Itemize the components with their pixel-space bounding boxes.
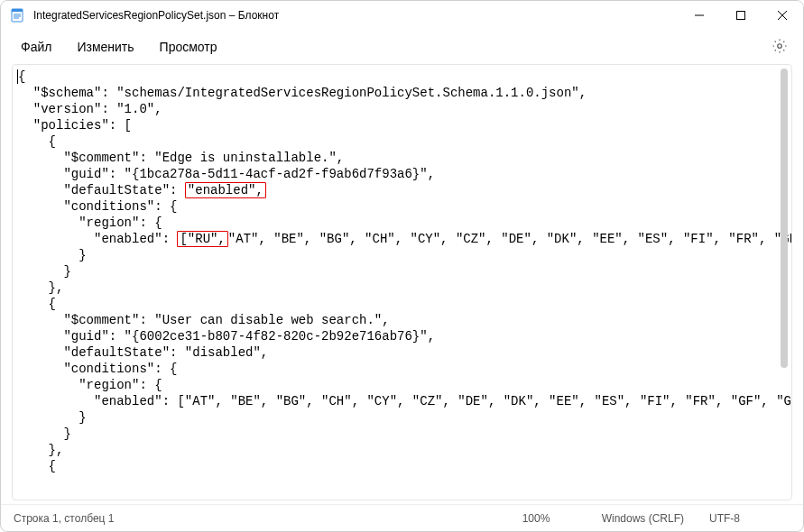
vertical-scrollbar[interactable] bbox=[781, 69, 790, 496]
code-line: { bbox=[18, 69, 25, 84]
status-zoom[interactable]: 100% bbox=[522, 512, 577, 525]
settings-button[interactable] bbox=[763, 31, 796, 63]
code-line: "region": { bbox=[18, 216, 162, 230]
code-line: "$comment": "Edge is uninstallable.", bbox=[18, 151, 344, 165]
code-line: "guid": "{6002ce31-b807-4f82-820c-2b92e7… bbox=[18, 329, 435, 344]
code-line: "AT", "BE", "BG", "CH", "CY", "CZ", "DE"… bbox=[228, 232, 792, 246]
code-line: }, bbox=[18, 280, 63, 295]
code-line: "version": "1.0", bbox=[18, 102, 162, 116]
menu-file[interactable]: Файл bbox=[8, 34, 64, 60]
code-line: { bbox=[18, 297, 56, 311]
status-encoding[interactable]: UTF-8 bbox=[709, 512, 790, 525]
code-line: "conditions": { bbox=[18, 199, 177, 214]
code-line: "region": { bbox=[18, 378, 162, 392]
code-line: "enabled": bbox=[18, 232, 177, 246]
svg-rect-1 bbox=[12, 9, 23, 12]
menu-bar: Файл Изменить Просмотр bbox=[1, 30, 803, 64]
menu-view[interactable]: Просмотр bbox=[147, 34, 230, 60]
code-line: "$schema": "schemas/IntegratedServicesRe… bbox=[18, 86, 587, 100]
status-bar: Строка 1, столбец 1 100% Windows (CRLF) … bbox=[1, 504, 803, 531]
svg-rect-6 bbox=[737, 12, 745, 20]
highlight-enabled: "enabled", bbox=[185, 182, 266, 198]
svg-point-9 bbox=[778, 43, 782, 48]
highlight-ru: ["RU", bbox=[177, 231, 227, 247]
code-line: "policies": [ bbox=[18, 118, 132, 133]
window-title: IntegratedServicesRegionPolicySet.json –… bbox=[33, 9, 279, 22]
code-line: { bbox=[18, 459, 56, 473]
code-line: } bbox=[18, 248, 87, 262]
code-line: "conditions": { bbox=[18, 362, 177, 376]
code-line: "$comment": "User can disable web search… bbox=[18, 313, 390, 327]
scrollbar-thumb[interactable] bbox=[781, 69, 788, 368]
code-line: }, bbox=[18, 443, 63, 457]
code-line: } bbox=[18, 264, 71, 279]
notepad-icon bbox=[10, 8, 24, 23]
status-position: Строка 1, столбец 1 bbox=[14, 512, 114, 525]
window-titlebar: IntegratedServicesRegionPolicySet.json –… bbox=[1, 1, 803, 30]
code-line: "guid": "{1bca278a-5d11-4acf-ad2f-f9ab6d… bbox=[18, 167, 435, 181]
code-line: } bbox=[18, 410, 87, 425]
code-line: "defaultState": "disabled", bbox=[18, 345, 268, 360]
gear-icon bbox=[772, 38, 788, 57]
code-line: { bbox=[18, 134, 56, 149]
code-line: "defaultState": bbox=[18, 183, 185, 197]
close-button[interactable] bbox=[762, 1, 803, 30]
maximize-button[interactable] bbox=[720, 1, 762, 30]
minimize-button[interactable] bbox=[679, 1, 720, 30]
status-line-ending[interactable]: Windows (CRLF) bbox=[602, 512, 684, 525]
code-line: } bbox=[18, 427, 71, 441]
text-editor[interactable]: { "$schema": "schemas/IntegratedServices… bbox=[12, 64, 792, 500]
code-line: "enabled": ["AT", "BE", "BG", "CH", "CY"… bbox=[18, 394, 792, 408]
menu-edit[interactable]: Изменить bbox=[64, 34, 146, 60]
code-content[interactable]: { "$schema": "schemas/IntegratedServices… bbox=[13, 65, 791, 478]
